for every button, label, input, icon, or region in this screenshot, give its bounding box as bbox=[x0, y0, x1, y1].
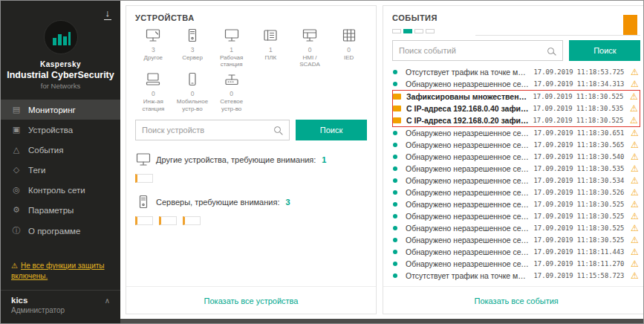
devices-search-box bbox=[135, 120, 290, 140]
device-type-cell[interactable]: 0 IED bbox=[331, 28, 367, 68]
chevron-up-icon[interactable]: ∧ bbox=[105, 297, 110, 305]
devices-search-input[interactable] bbox=[142, 126, 274, 135]
brand-product: Industrial CyberSecurity bbox=[1, 70, 120, 82]
event-row[interactable]: Отсутствует трафик на точке мониторинга.… bbox=[392, 66, 640, 78]
device-type-cell[interactable]: 3 Другое bbox=[135, 28, 172, 68]
warning-triangle-icon: ⚠ bbox=[628, 235, 640, 245]
warning-triangle-icon: ⚠ bbox=[628, 163, 640, 174]
device-type-cell[interactable]: 0 Мобильное устр-во bbox=[175, 72, 211, 111]
device-type-cell[interactable]: 1 ПЛК bbox=[253, 28, 289, 68]
devices-search-button[interactable]: Поиск bbox=[296, 120, 367, 140]
device-type-label: Рабочая станция bbox=[213, 54, 250, 68]
download-icon[interactable]: ↓ bbox=[105, 9, 111, 20]
event-row[interactable]: Обнаружено неразрешенное сетевое взаи...… bbox=[392, 151, 640, 163]
sidebar-item-network-control[interactable]: ◎ Контроль сети bbox=[1, 180, 120, 200]
folder-icon bbox=[393, 94, 402, 100]
event-dot-icon bbox=[392, 143, 401, 147]
protection-warning-link[interactable]: Не все функции защиты включены. bbox=[11, 262, 105, 280]
warning-triangle-icon: ⚠ bbox=[628, 211, 640, 221]
event-text: Зафиксированы множественные попытк... bbox=[406, 92, 529, 101]
other-devices-attention-label: Другие устройства, требующие внимания: bbox=[156, 155, 316, 164]
histogram-bar bbox=[623, 15, 637, 35]
user-block[interactable]: kics ∧ Администратор bbox=[1, 290, 120, 323]
device-type-label: HMI / SCADA bbox=[292, 54, 328, 68]
device-type-cell[interactable]: 0 Сетевое устр-во bbox=[213, 72, 250, 111]
event-row[interactable]: Зафиксированы множественные попытк... 17… bbox=[393, 91, 640, 103]
sidebar-item-about[interactable]: ⓘ О программе bbox=[1, 220, 120, 242]
event-row[interactable]: Обнаружено неразрешенное сетевое взаи...… bbox=[392, 198, 640, 210]
events-panel-footer: Показать все события bbox=[383, 286, 644, 314]
event-row[interactable]: Обнаружено неразрешенное сетевое взаи...… bbox=[392, 163, 640, 175]
event-text: Обнаружено неразрешенное сетевое взаи... bbox=[406, 259, 530, 268]
event-dot-icon bbox=[392, 131, 401, 135]
time-filter-7д[interactable] bbox=[426, 29, 435, 33]
sidebar-item-label: Теги bbox=[28, 166, 45, 175]
event-dot-icon bbox=[392, 155, 401, 159]
time-filters bbox=[392, 29, 475, 33]
highlighted-events-group: Зафиксированы множественные попытк... 17… bbox=[392, 90, 640, 127]
event-row[interactable]: Обнаружено неразрешенное сетевое взаи...… bbox=[392, 127, 640, 139]
devices-panel-footer: Показать все устройства bbox=[126, 286, 376, 314]
attention-device-chip[interactable] bbox=[135, 216, 153, 225]
logo-wrap bbox=[1, 20, 120, 57]
event-row[interactable]: Обнаружено неразрешенное сетевое взаи...… bbox=[392, 258, 640, 270]
main-area: УСТРОЙСТВА 3 Другое 3 Сервер 1 Рабочая с… bbox=[120, 1, 644, 323]
event-text: Обнаружено неразрешенное сетевое взаи... bbox=[406, 236, 530, 244]
event-text: С IP-адреса 192.168.0.20 зафиксированы..… bbox=[406, 116, 529, 125]
device-type-cell[interactable]: 3 Сервер bbox=[175, 28, 211, 68]
show-all-events-link[interactable]: Показать все события bbox=[475, 297, 559, 305]
event-timestamp: 17.09.2019 11:18:30.525 bbox=[534, 213, 625, 220]
event-timestamp: 17.09.2019 11:18:30.525 bbox=[533, 117, 624, 124]
other-device-icon bbox=[145, 32, 161, 45]
device-type-cell[interactable]: 1 Рабочая станция bbox=[213, 28, 250, 68]
event-row[interactable]: Обнаружено неразрешенное сетевое взаи...… bbox=[392, 139, 640, 151]
info-icon: ⓘ bbox=[11, 225, 22, 236]
event-timestamp: 17.09.2019 11:18:30.535 bbox=[534, 165, 625, 172]
event-row[interactable]: Обнаружено неразрешенное сетевое взаи...… bbox=[392, 234, 640, 246]
brand-edition: for Networks bbox=[1, 82, 120, 91]
devices-search-row: Поиск bbox=[135, 120, 367, 140]
sidebar-item-settings[interactable]: ⚙ Параметры bbox=[1, 200, 120, 220]
time-filter-1ч[interactable] bbox=[392, 29, 401, 33]
time-filter-12ч[interactable] bbox=[403, 29, 412, 33]
devices-panel-title: УСТРОЙСТВА bbox=[135, 13, 367, 22]
engineering-station-icon bbox=[145, 76, 161, 88]
time-filter-24ч[interactable] bbox=[414, 29, 423, 33]
device-type-cell[interactable]: 0 HMI / SCADA bbox=[292, 28, 328, 68]
event-row[interactable]: Отсутствует трафик на точке мониторинга.… bbox=[392, 270, 640, 282]
attention-device-chip[interactable] bbox=[159, 216, 177, 225]
event-row[interactable]: Обнаружено неразрешенное сетевое взаи...… bbox=[392, 210, 640, 222]
attention-device-chip[interactable] bbox=[183, 216, 201, 225]
sidebar-item-monitoring[interactable]: ▤ Мониторинг bbox=[1, 100, 120, 120]
device-type-cell[interactable]: 0 Инж-ая станция bbox=[135, 72, 172, 111]
event-row[interactable]: Обнаружено неразрешенное сетевое взаи...… bbox=[392, 246, 640, 258]
event-row[interactable]: Обнаружено неразрешенное сетевое взаи...… bbox=[392, 187, 640, 198]
events-search-button[interactable]: Поиск bbox=[569, 40, 640, 61]
network-device-icon bbox=[224, 76, 240, 88]
events-histogram bbox=[475, 13, 640, 37]
event-text: Обнаружено неразрешенное сетевое взаи... bbox=[406, 80, 530, 88]
warning-triangle-icon: ⚠ bbox=[628, 152, 640, 162]
events-icon: △ bbox=[11, 145, 22, 155]
sidebar-item-devices[interactable]: ▣ Устройства bbox=[1, 120, 120, 140]
event-dot-icon bbox=[392, 190, 401, 195]
attention-device-chip[interactable] bbox=[135, 174, 153, 183]
event-row[interactable]: Обнаружено неразрешенное сетевое взаи...… bbox=[392, 175, 640, 187]
user-name: kics bbox=[11, 296, 27, 305]
device-type-label: ПЛК bbox=[253, 54, 289, 61]
sidebar-item-events[interactable]: △ События bbox=[1, 140, 120, 160]
events-search-input[interactable] bbox=[399, 46, 547, 55]
device-type-label: Другое bbox=[135, 54, 172, 61]
sidebar-item-tags[interactable]: ◇ Теги bbox=[1, 160, 120, 180]
event-row[interactable]: Обнаружено неразрешенное сетевое взаи...… bbox=[392, 78, 640, 90]
event-text: Обнаружено неразрешенное сетевое взаи... bbox=[406, 212, 530, 221]
event-row[interactable]: Обнаружено неразрешенное сетевое взаи...… bbox=[392, 222, 640, 234]
show-all-devices-link[interactable]: Показать все устройства bbox=[204, 297, 299, 305]
kaspersky-logo bbox=[44, 20, 78, 54]
event-text: С IP-адреса 192.168.0.40 зафиксированы..… bbox=[406, 104, 529, 113]
event-text: Обнаружено неразрешенное сетевое взаи... bbox=[406, 176, 530, 185]
event-row[interactable]: С IP-адреса 192.168.0.40 зафиксированы..… bbox=[393, 103, 640, 114]
server-icon bbox=[184, 32, 201, 45]
event-dot-icon bbox=[392, 178, 401, 183]
event-row[interactable]: С IP-адреса 192.168.0.20 зафиксированы..… bbox=[393, 114, 640, 126]
